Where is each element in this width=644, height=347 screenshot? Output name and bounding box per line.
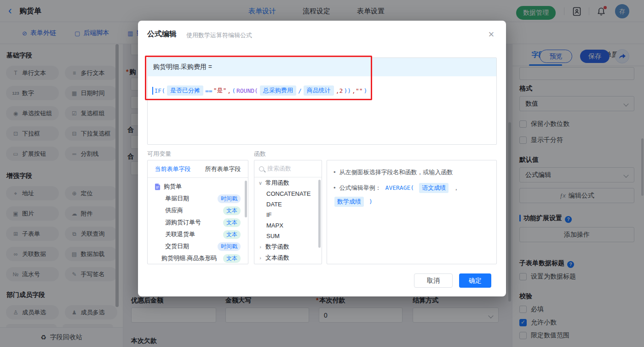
variable-row[interactable]: 交货日期时间戳 — [148, 240, 248, 252]
formula-token: / — [298, 87, 302, 94]
formula-token: IF( — [155, 87, 165, 94]
type-badge: 时间戳 — [218, 242, 241, 251]
type-badge: 文本 — [223, 230, 241, 239]
formula-token: == — [205, 87, 213, 94]
function-search[interactable]: 搜索函数 — [254, 160, 322, 177]
formula-token: ,2 — [336, 87, 343, 94]
type-badge: 文本 — [223, 254, 241, 263]
group-text-functions[interactable]: ›文本函数 — [254, 252, 322, 263]
tab-all-form-fields[interactable]: 所有表单字段 — [198, 160, 248, 177]
variables-tabs: 当前表单字段 所有表单字段 — [148, 160, 248, 178]
group-common-functions[interactable]: ∨常用函数 — [254, 177, 322, 188]
formula-token: ( — [232, 87, 236, 94]
functions-label: 函数 — [254, 150, 266, 158]
chevron-collapsed-icon: › — [258, 244, 263, 250]
search-placeholder: 搜索函数 — [267, 165, 291, 173]
variables-scrollbar[interactable] — [245, 181, 247, 217]
variable-row[interactable]: 单据日期时间戳 — [148, 193, 248, 205]
function-item[interactable]: IF — [254, 210, 322, 220]
formula-token: ROUND( — [236, 87, 258, 94]
variables-panel: 当前表单字段 所有表单字段 购货单 单据日期时间戳 供应商文本 源购货订单号文本… — [147, 160, 248, 264]
variables-label: 可用变量 — [147, 150, 171, 158]
dialog-subtitle: 使用数学运算符编辑公式 — [186, 31, 252, 40]
tip-line: •从左侧面板选择字段名和函数，或输入函数 — [334, 168, 490, 177]
type-badge: 文本 — [223, 206, 241, 215]
formula-token: , — [227, 87, 231, 94]
form-icon — [155, 183, 161, 190]
variable-row[interactable]: 购货明细.商品条形码文本 — [148, 252, 248, 264]
formula-variable-chip[interactable]: 商品统计 — [304, 85, 334, 96]
formula-variable-chip[interactable]: 是否已分摊 — [167, 85, 203, 96]
tab-current-form-fields[interactable]: 当前表单字段 — [148, 160, 198, 177]
type-badge: 文本 — [223, 218, 241, 227]
example-variable-chip: 语文成绩 — [419, 183, 448, 193]
function-item[interactable]: SUM — [254, 231, 322, 241]
formula-editor[interactable]: 购货明细.采购费用 = IF( 是否已分摊 == "是" , ( ROUND( … — [147, 57, 497, 145]
formula-token: ,"" — [352, 87, 362, 94]
search-icon — [259, 166, 264, 171]
formula-variable-chip[interactable]: 总采购费用 — [260, 85, 296, 96]
bullet-icon: • — [334, 183, 336, 193]
functions-panel: 搜索函数 ∨常用函数 CONCATENATE DATE IF MAPX SUM … — [254, 160, 322, 264]
tips-panel: •从左侧面板选择字段名和函数，或输入函数 • 公式编辑举例：AVERAGE(语文… — [327, 160, 497, 264]
formula-token: "是" — [213, 86, 227, 95]
function-item[interactable]: CONCATENATE — [254, 188, 322, 199]
function-item[interactable]: DATE — [254, 199, 322, 210]
cancel-button[interactable]: 取消 — [414, 273, 453, 288]
type-badge: 时间戳 — [218, 194, 241, 203]
chevron-expanded-icon: ∨ — [258, 180, 263, 186]
example-variable-chip: 数学成绩 — [334, 197, 364, 207]
form-tree-root[interactable]: 购货单 — [148, 178, 248, 193]
variable-row[interactable]: 关联退货单文本 — [148, 228, 248, 240]
tip-example-line: • 公式编辑举例：AVERAGE(语文成绩，数学成绩) — [334, 183, 490, 207]
dialog-title: 公式编辑 — [147, 29, 177, 39]
formula-edit-dialog: 公式编辑 使用数学运算符编辑公式 × 购货明细.采购费用 = IF( 是否已分摊… — [138, 21, 506, 296]
formula-token: )) — [344, 87, 351, 94]
bullet-icon: • — [334, 168, 336, 177]
text-cursor — [152, 87, 153, 95]
group-math-functions[interactable]: ›数学函数 — [254, 241, 322, 252]
app: ‹ 购货单 表单设计 流程设定 表单设置 数据管理 存 ⊘表单外链 ▢后端脚本 … — [0, 0, 644, 347]
variable-row[interactable]: 源购货订单号文本 — [148, 216, 248, 228]
functions-scrollbar[interactable] — [318, 180, 321, 248]
function-item[interactable]: MAPX — [254, 220, 322, 231]
formula-target: 购货明细.采购费用 = — [148, 58, 496, 76]
confirm-button[interactable]: 确定 — [459, 273, 491, 288]
close-icon[interactable]: × — [484, 27, 499, 42]
formula-token: ) — [364, 87, 368, 94]
formula-input-area[interactable]: IF( 是否已分摊 == "是" , ( ROUND( 总采购费用 / 商品统计… — [148, 76, 496, 105]
chevron-collapsed-icon: › — [258, 255, 263, 261]
variable-row[interactable]: 供应商文本 — [148, 205, 248, 216]
